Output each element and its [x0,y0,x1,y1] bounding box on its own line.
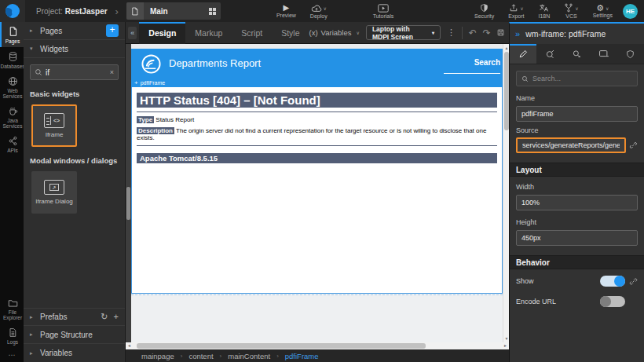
design-canvas[interactable]: Departments Report Search + pdfiFrame HT… [126,44,509,342]
bind-link-icon[interactable] [629,277,638,286]
tab-design[interactable]: Design [139,22,185,44]
widget-search-input[interactable] [46,68,107,77]
collapse-palette-button[interactable]: « [128,27,137,39]
vscroll-thumb[interactable] [504,52,509,130]
page-search-link[interactable]: Search [474,58,500,67]
save-button[interactable] [497,27,504,38]
tab-security[interactable] [617,44,644,64]
wavemaker-logo[interactable] [0,0,25,22]
refresh-icon[interactable]: ↻ [101,312,108,322]
name-field: Name [510,93,644,125]
video-icon [378,4,389,13]
breadcrumb-mainpage[interactable]: mainpage [141,352,174,360]
hscroll-thumb[interactable] [137,343,426,349]
deploy-button[interactable]: ∨ Deploy [303,0,335,22]
rail-item-web-services[interactable]: Web Services [0,72,24,102]
breadcrumb-pdfiframe[interactable]: pdfiFrame [285,352,319,360]
preview-button[interactable]: ▶ Preview [269,0,303,22]
design-toolbar: « Design Markup Script Style (x) Variabl… [126,22,509,44]
export-button[interactable]: ∨ Export [501,0,531,22]
top-bar: Project: RestJasper › Main ▶ Preview ∨ D… [0,0,644,22]
security-button[interactable]: Security [467,0,501,22]
scroll-left-icon[interactable]: ◄ [127,342,131,349]
breadcrumb-maincontent[interactable]: mainContent [228,352,270,360]
selected-widget-chip[interactable]: + pdfiFrame [131,79,503,87]
tab-properties[interactable] [510,44,536,64]
width-input[interactable] [516,195,638,210]
page-structure-section-header[interactable]: ▸ Page Structure [24,326,125,344]
widgets-section-header[interactable]: ▾ Widgets [24,40,125,58]
plus-icon: + [134,80,138,86]
bind-link-icon[interactable] [629,141,638,150]
page-tab-main[interactable]: Main [126,2,221,20]
i18n-button[interactable]: I18N [532,0,558,22]
tomcat-error-page: HTTP Status [404] – [Not Found] Type Sta… [132,87,502,169]
page-header[interactable]: Departments Report Search [131,49,503,79]
rail-item-java-services[interactable]: Java Services [0,102,24,132]
properties-tabs [510,44,644,64]
properties-search [516,71,638,86]
canvas-vertical-scrollbar[interactable]: ▲ ▼ [503,44,509,342]
prefabs-section-header[interactable]: ▸ Prefabs ↻+ [24,308,125,326]
tab-inspect[interactable] [563,44,590,64]
expand-panel-button[interactable]: » [515,29,520,38]
add-prefab-icon[interactable]: + [114,312,119,322]
redo-button[interactable]: ↷ [483,27,491,38]
error-type-line: Type Status Report [137,116,497,123]
encode-url-toggle[interactable] [600,296,625,307]
breadcrumb-content[interactable]: content [188,352,213,360]
caret-right-icon: ▸ [30,27,35,34]
widget-tile-iframe[interactable]: <> Iframe [31,104,77,147]
device-selector[interactable]: Laptop with MDPI Screen ▾ [366,25,441,40]
shield-icon [626,49,635,59]
scroll-down-icon[interactable]: ▼ [503,336,509,341]
vcs-button[interactable]: ∨ VCS [557,0,585,22]
variables-section-header[interactable]: ▸ Variables [24,344,125,362]
gear-icon: ⚙ [596,4,604,12]
translate-icon [539,3,549,13]
undo-button[interactable]: ↶ [469,27,477,38]
tab-markup[interactable]: Markup [185,22,232,44]
add-page-button[interactable]: + [106,24,119,37]
source-field: Source [510,125,644,156]
properties-search-input[interactable] [532,75,632,82]
rail-item-file-explorer[interactable]: File Explorer [0,294,24,324]
grid-layout-icon[interactable] [209,8,216,15]
pages-section-header[interactable]: ▸ Pages + [24,22,125,40]
widget-tile-iframe-dialog[interactable]: ↗ Iframe Dialog [31,171,77,214]
settings-button[interactable]: ⚙∨ Settings [586,0,620,22]
pages-icon [8,26,18,37]
rail-item-pages[interactable]: Pages [0,22,24,47]
canvas-ruler[interactable] [126,44,131,342]
rail-item-databases[interactable]: Databases [0,47,24,72]
tab-script[interactable]: Script [232,22,272,44]
breadcrumb: mainpage › content › mainContent › pdfiF… [126,349,509,362]
tab-style[interactable]: Style [272,22,309,44]
tutorials-button[interactable]: Tutorials [366,0,401,22]
iframe-widget[interactable]: HTTP Status [404] – [Not Found] Type Sta… [131,87,503,294]
chevron-right-icon: › [181,353,183,360]
rail-more-button[interactable]: ⋯ [0,348,24,362]
caret-right-icon: ▸ [30,331,35,338]
variables-dropdown[interactable]: (x) Variables ∨ [309,28,360,37]
user-avatar[interactable]: HE [623,4,638,19]
source-input[interactable] [516,137,626,153]
tab-devices[interactable] [591,44,617,64]
scroll-right-icon[interactable]: ► [503,342,507,349]
name-input[interactable] [516,106,638,122]
branch-icon [564,3,573,13]
clear-search-icon[interactable]: × [110,68,114,76]
device-icon [598,49,609,58]
more-options-icon[interactable]: ⋮ [447,27,456,38]
wavemaker-logo-icon [5,4,20,18]
rail-item-logs[interactable]: Logs [0,324,24,348]
canvas-horizontal-scrollbar[interactable]: ◄ ► [126,342,509,349]
tab-styles[interactable] [536,44,563,64]
rail-item-apis[interactable]: APIs [0,132,24,156]
scroll-up-icon[interactable]: ▲ [503,46,509,50]
left-rail: Pages Databases Web Services Java Servic… [0,22,24,362]
height-input[interactable] [516,230,638,246]
preview-page[interactable]: Departments Report Search + pdfiFrame HT… [131,49,503,342]
ruler-scrollbar-thumb[interactable] [126,187,130,220]
show-toggle[interactable] [600,276,625,287]
